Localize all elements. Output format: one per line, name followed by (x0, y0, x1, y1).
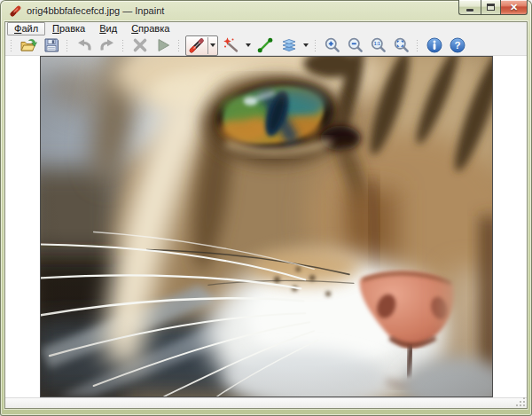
svg-text:?: ? (454, 40, 460, 51)
chevron-down-icon (246, 43, 251, 47)
close-icon: ✕ (510, 3, 518, 12)
toolbar-grip[interactable] (314, 38, 317, 53)
menu-file[interactable]: Файл (7, 22, 45, 35)
app-window: orig4bbbfafecefcd.jpg — Inpaint ✕ Файл П… (0, 0, 532, 416)
window-title: orig4bbbfafecefcd.jpg — Inpaint (27, 5, 164, 16)
open-folder-icon (20, 36, 37, 54)
line-tool-icon (256, 36, 274, 54)
menu-bar: Файл Правка Вид Справка (5, 22, 527, 35)
maximize-button[interactable] (481, 0, 501, 15)
layers-tool-dropdown[interactable] (301, 36, 310, 55)
help-button[interactable]: ? (446, 36, 469, 55)
marker-tool-dropdown[interactable] (207, 37, 217, 54)
magic-wand-dropdown[interactable] (243, 36, 253, 55)
maximize-icon (487, 4, 495, 11)
info-icon (426, 36, 443, 54)
save-button[interactable] (40, 36, 63, 55)
run-play-icon (154, 36, 172, 54)
image-canvas[interactable] (5, 56, 527, 397)
menu-edit[interactable]: Правка (45, 22, 92, 35)
redo-icon (98, 36, 116, 54)
resize-grip[interactable] (516, 397, 526, 407)
zoom-in-button[interactable] (321, 36, 344, 55)
magic-wand-icon (223, 36, 240, 54)
zoom-fit-icon (393, 36, 411, 54)
cat-photo[interactable] (40, 56, 493, 397)
menu-help[interactable]: Справка (124, 22, 176, 35)
run-button[interactable] (152, 36, 175, 55)
window-controls: ✕ (458, 0, 528, 15)
layers-tool-split (278, 36, 310, 55)
minimize-button[interactable] (458, 0, 481, 15)
line-tool-button[interactable] (254, 36, 277, 55)
minimize-icon (466, 9, 473, 12)
close-button[interactable]: ✕ (501, 0, 528, 15)
undo-button[interactable] (73, 36, 96, 55)
svg-text:1:1: 1:1 (374, 41, 380, 46)
cat-photo-image (41, 57, 492, 396)
help-icon: ? (449, 36, 466, 54)
save-floppy-icon (43, 36, 60, 54)
magic-wand-button[interactable] (220, 36, 243, 55)
layers-tool-button[interactable] (278, 36, 301, 55)
toolbar-grip[interactable] (121, 38, 125, 53)
zoom-actual-size-icon: 1:1 (370, 36, 387, 54)
zoom-out-button[interactable] (344, 36, 367, 55)
layers-icon (280, 36, 298, 54)
inpaint-app-icon (9, 4, 22, 18)
toolbar-grip[interactable] (177, 38, 181, 53)
client-area: Файл Правка Вид Справка (4, 21, 528, 409)
undo-icon (75, 36, 93, 54)
marker-pen-icon (188, 36, 206, 54)
delete-button[interactable] (129, 36, 152, 55)
zoom-in-icon (324, 36, 341, 54)
zoom-fit-button[interactable] (390, 36, 413, 55)
marker-tool-button[interactable] (186, 36, 207, 55)
redo-button[interactable] (96, 36, 119, 55)
toolbar-grip[interactable] (66, 38, 69, 53)
chevron-down-icon (210, 43, 215, 47)
toolbar-grip[interactable] (416, 38, 419, 53)
open-button[interactable] (17, 36, 40, 55)
zoom-actual-size-button[interactable]: 1:1 (367, 36, 390, 55)
info-button[interactable] (423, 36, 446, 55)
magic-wand-split (220, 36, 253, 55)
toolbar-grip[interactable] (10, 38, 13, 53)
zoom-out-icon (347, 36, 364, 54)
delete-x-icon (131, 36, 149, 54)
menu-view[interactable]: Вид (92, 22, 124, 35)
chevron-down-icon (303, 43, 309, 47)
marker-tool-split (185, 35, 218, 56)
status-bar (5, 397, 527, 408)
toolbar: 1:1 (5, 35, 527, 56)
titlebar[interactable]: orig4bbbfafecefcd.jpg — Inpaint ✕ (0, 0, 532, 21)
